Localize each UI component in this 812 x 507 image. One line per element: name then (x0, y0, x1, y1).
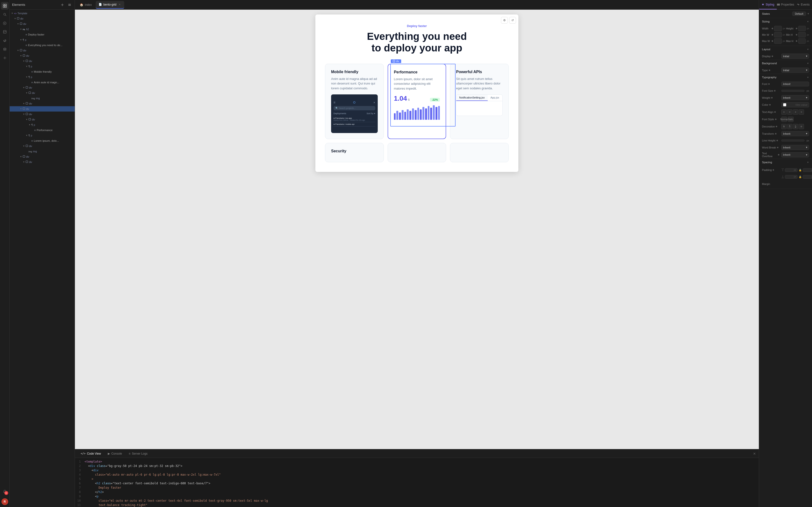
canvas-area[interactable]: ⚙ ↺ Deploy faster Everything you need to… (75, 10, 759, 449)
weight-select[interactable]: Inherit ▾ (781, 95, 809, 100)
elements-icon[interactable] (1, 2, 9, 10)
tree-node-icon (26, 161, 28, 163)
align-left-btn[interactable]: ≡ (781, 109, 786, 115)
italic-style-btn[interactable]: Italic (788, 117, 794, 122)
tree-item-17[interactable]: imgimg (10, 96, 75, 101)
tree-item-10[interactable]: ▼div (10, 58, 75, 64)
padding-left-input[interactable] (804, 175, 811, 178)
normal-style-btn[interactable]: Normal (781, 117, 787, 122)
tree-item-11[interactable]: ▼¶p (10, 64, 75, 69)
word-break-select[interactable]: Inherit ▾ (781, 145, 809, 150)
text-overflow-select[interactable]: Inherit ▾ (781, 152, 809, 157)
padding-top-input[interactable] (786, 169, 794, 171)
mobile-row-2: ● Planetaria / mobile-api (334, 122, 375, 126)
search-icon[interactable] (1, 11, 9, 18)
refresh-icon[interactable]: ↺ (509, 17, 516, 24)
tree-item-26[interactable]: ▼div (10, 144, 75, 149)
chart-bar-7 (412, 108, 414, 120)
tree-item-19[interactable]: ▼div (10, 106, 75, 112)
notifications-icon[interactable]: 6 (1, 488, 9, 495)
width-input[interactable] (774, 26, 782, 31)
tree-item-25[interactable]: ≡Lorem ipsum, dolo... (10, 138, 75, 144)
user-avatar[interactable]: R (1, 498, 8, 505)
tab-bento-grid[interactable]: 📄 bento-grid ✕ (96, 1, 124, 9)
transform-select[interactable]: Inherit ▾ (781, 131, 809, 136)
tree-item-20[interactable]: ▼div (10, 112, 75, 117)
align-center-btn[interactable]: ≡ (787, 109, 793, 115)
tree-item-12[interactable]: ≡Mobile friendly (10, 69, 75, 74)
overline-btn[interactable]: S̄ (787, 124, 793, 129)
padding-bottom-lock-icon[interactable]: 🔒 (798, 175, 802, 179)
tree-item-3[interactable]: ▼div (10, 21, 75, 26)
bg-type-select[interactable]: Initial ▾ (781, 68, 809, 73)
data-icon[interactable] (1, 45, 9, 53)
font-select[interactable]: Inherit (781, 81, 809, 87)
max-w-input[interactable] (774, 38, 782, 44)
tree-item-13[interactable]: ▼¶p (10, 74, 75, 80)
strikethrough-btn[interactable]: S̶ (781, 124, 786, 129)
height-input[interactable] (798, 26, 806, 31)
tree-item-2[interactable]: ▼div (10, 16, 75, 21)
tree-item-7[interactable]: ≡Everything you need to de... (10, 43, 75, 48)
properties-tab[interactable]: Properties (777, 0, 794, 9)
tree-item-6[interactable]: ▼¶p (10, 37, 75, 43)
states-default-value[interactable]: Default (792, 12, 806, 16)
tab-close-btn[interactable]: ✕ (118, 3, 121, 6)
layers-icon[interactable] (1, 37, 9, 44)
add-element-btn[interactable] (60, 2, 65, 7)
settings-icon[interactable]: ⚙ (501, 17, 508, 24)
tree-item-14[interactable]: ≡Anim aute id magn... (10, 80, 75, 85)
tree-item-23[interactable]: ≡Performance (10, 127, 75, 133)
align-justify-btn[interactable]: ≡ (799, 109, 804, 115)
padding-lock-icon[interactable]: 🔒 (798, 168, 802, 172)
none-decoration-btn[interactable]: ⊘ (799, 124, 804, 129)
tree-item-16[interactable]: ▼div (10, 90, 75, 96)
align-right-btn[interactable]: ≡ (793, 109, 798, 115)
tree-item-1[interactable]: ▼<>Template (10, 11, 75, 16)
padding-right-input[interactable] (804, 169, 811, 171)
tree-item-15[interactable]: ▼div (10, 85, 75, 90)
code-view-tab[interactable]: </> Code View (78, 450, 104, 457)
more-options-btn[interactable] (67, 2, 72, 7)
bottom-panel: </> Code View ▶ Console ≡ Server Logs ✕ … (75, 449, 759, 507)
styling-tab[interactable]: Styling (759, 0, 777, 9)
tree-item-5[interactable]: ≡Deploy faster (10, 32, 75, 37)
api-tab-app[interactable]: App.jsx (488, 95, 502, 101)
plugins-icon[interactable] (1, 54, 9, 62)
server-logs-tab[interactable]: ≡ Server Logs (126, 450, 151, 457)
line-height-dot (776, 140, 778, 141)
tree-item-24[interactable]: ▼¶p (10, 133, 75, 138)
typography-header[interactable]: Typography ▼ (759, 74, 812, 80)
tree-item-21[interactable]: ▼div (10, 117, 75, 122)
events-tab[interactable]: Events (794, 0, 812, 9)
min-h-input[interactable] (798, 32, 806, 38)
sizing-header[interactable]: Sizing ▼ (759, 18, 812, 25)
close-bottom-panel-btn[interactable]: ✕ (753, 452, 756, 456)
background-header[interactable]: Background ▼ (759, 60, 812, 67)
max-h-input[interactable] (798, 38, 806, 44)
tree-item-29[interactable]: ▼div (10, 159, 75, 165)
display-select[interactable]: Initial ▾ (781, 54, 809, 59)
api-tab-notification[interactable]: NotificationSetting.jsx (456, 95, 488, 101)
tree-item-22[interactable]: ▼¶p (10, 122, 75, 127)
console-tab[interactable]: ▶ Console (105, 450, 125, 457)
components-icon[interactable] (1, 19, 9, 27)
tab-index[interactable]: 🏠 index (77, 1, 95, 9)
tree-item-27[interactable]: imgimg (10, 149, 75, 154)
underline-btn[interactable]: S̲ (793, 124, 798, 129)
tree-item-8[interactable]: ▼div (10, 48, 75, 53)
tree-item-18[interactable]: ▼div (10, 101, 75, 106)
line-height-input[interactable] (781, 139, 805, 142)
tree-item-9[interactable]: ▼div (10, 53, 75, 58)
tree-item-28[interactable]: ▼div (10, 154, 75, 159)
font-size-input[interactable] (781, 90, 805, 92)
add-state-btn[interactable]: + (807, 12, 809, 15)
tree-arrow: ▼ (20, 108, 23, 110)
min-w-input[interactable] (774, 32, 782, 38)
color-select[interactable]: Hex value (781, 102, 809, 107)
layout-header[interactable]: Layout ▼ (759, 46, 812, 53)
tree-item-4[interactable]: ▼H₂h2 (10, 26, 75, 32)
spacing-header[interactable]: Spacing ▼ (759, 159, 812, 166)
assets-icon[interactable] (1, 28, 9, 36)
padding-bottom-input[interactable] (786, 175, 794, 178)
